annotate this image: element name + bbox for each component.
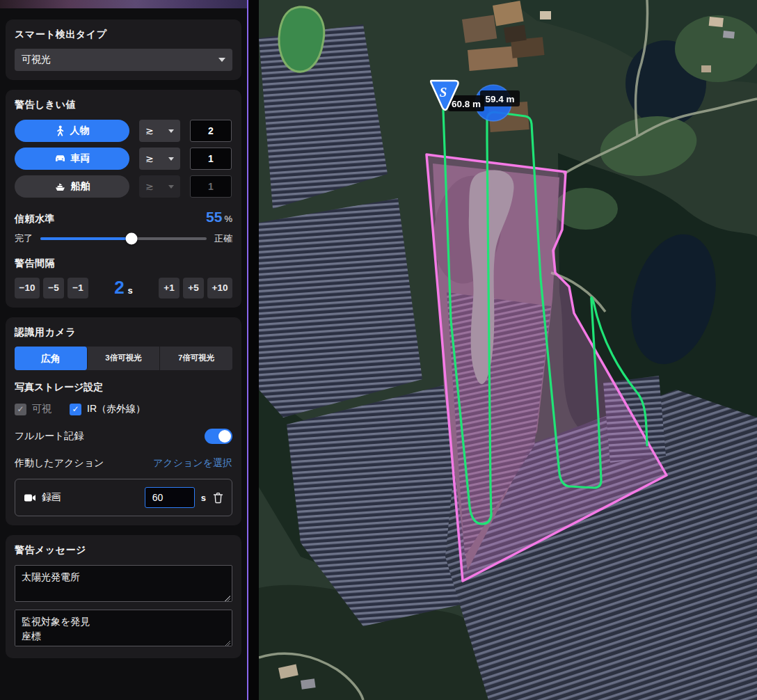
full-route-label: フルルート記録	[15, 430, 83, 443]
confidence-unit: %	[224, 214, 232, 224]
select-action-link[interactable]: アクションを選択	[153, 457, 232, 470]
flight-route-editor: スマート検出タイプ 可視光 警告しきい値 人物 ≳	[0, 0, 757, 700]
detection-type-dropdown[interactable]: 可視光	[15, 49, 232, 71]
warning-message-panel: 警告メッセージ 太陽光発電所 監視対象を発見 座標	[6, 535, 241, 658]
ship-count-input: 1	[190, 175, 232, 198]
photo-storage-title: 写真ストレージ設定	[15, 381, 232, 394]
confidence-row: 信頼水準 55%	[15, 209, 232, 225]
satellite-map-canvas: 59.4 m 60.8 m S	[259, 0, 757, 700]
map-view[interactable]: 59.4 m 60.8 m S	[259, 0, 757, 700]
settings-sidebar: スマート検出タイプ 可視光 警告しきい値 人物 ≳	[0, 0, 248, 700]
photo-storage-options: ✓ 可視 ✓ IR（赤外線）	[15, 403, 232, 415]
chevron-down-icon	[218, 58, 225, 62]
threshold-row-person: 人物 ≳ 2	[15, 120, 232, 142]
smart-detection-panel: スマート検出タイプ 可視光	[6, 19, 241, 80]
interval-plus-1-button[interactable]: +1	[159, 278, 180, 299]
tab-7x-visible[interactable]: 7倍可視光	[160, 347, 232, 370]
confidence-slider-fill	[40, 237, 132, 240]
operator-glyph: ≳	[145, 125, 154, 136]
triggered-action-row: 作動したアクション アクションを選択	[15, 457, 232, 470]
operator-glyph: ≳	[145, 181, 154, 192]
visible-checkbox: ✓	[15, 404, 26, 415]
interval-minus-5-button[interactable]: −5	[43, 278, 64, 299]
person-icon	[55, 125, 65, 136]
waypoint-altitude-tooltip: 59.4 m	[480, 90, 520, 106]
full-route-toggle[interactable]	[205, 429, 232, 444]
action-name-group: 録画	[24, 491, 145, 504]
person-operator-select[interactable]: ≳	[139, 120, 180, 142]
threshold-row-vehicle: 車両 ≳ 1	[15, 148, 232, 170]
threshold-row-ship: 船舶 ≳ 1	[15, 175, 232, 198]
duration-input[interactable]: 60	[145, 487, 195, 508]
action-item-card: 録画 60 s	[15, 479, 232, 516]
ship-icon	[54, 182, 66, 192]
trash-icon[interactable]	[213, 492, 223, 504]
car-icon	[54, 154, 66, 164]
ir-checkbox-label: IR（赤外線）	[87, 403, 145, 415]
sidebar-accent-bar	[0, 0, 247, 8]
camera-title: 認識用カメラ	[15, 326, 232, 339]
person-toggle-button[interactable]: 人物	[15, 120, 129, 142]
operator-glyph: ≳	[145, 153, 154, 164]
toggle-knob	[218, 430, 231, 443]
confidence-slider-thumb[interactable]	[126, 233, 138, 245]
warning-threshold-title: 警告しきい値	[15, 99, 232, 111]
tab-wide-angle[interactable]: 広角	[15, 347, 88, 370]
chevron-down-icon	[168, 185, 174, 189]
interval-unit: s	[128, 285, 133, 296]
ship-operator-select: ≳	[139, 175, 180, 198]
confidence-label: 信頼水準	[15, 213, 55, 225]
confidence-value: 55	[206, 209, 222, 225]
triggered-action-label: 作動したアクション	[15, 457, 104, 470]
person-count-input[interactable]: 2	[190, 120, 232, 142]
interval-label: 警告間隔	[15, 257, 232, 270]
vehicle-operator-select[interactable]: ≳	[139, 148, 180, 170]
message-field-2-wrap: 監視対象を発見 座標	[15, 610, 232, 649]
slider-min-label: 完了	[15, 232, 33, 245]
vehicle-toggle-button[interactable]: 車両	[15, 148, 129, 170]
smart-detection-title: スマート検出タイプ	[15, 29, 232, 41]
video-camera-icon	[24, 493, 36, 502]
chevron-down-icon	[168, 129, 174, 133]
message-field-1[interactable]: 太陽光発電所	[15, 565, 232, 602]
duration-unit: s	[201, 493, 206, 503]
svg-text:S: S	[440, 85, 447, 100]
visible-checkbox-label: 可視	[32, 403, 51, 415]
confidence-slider-track[interactable]	[40, 237, 207, 240]
ir-checkbox-group: ✓ IR（赤外線）	[70, 403, 145, 415]
slider-max-label: 正確	[214, 232, 232, 245]
confidence-value-group: 55%	[206, 209, 232, 225]
interval-plus-10-button[interactable]: +10	[207, 278, 232, 299]
tab-3x-visible[interactable]: 3倍可視光	[88, 347, 161, 370]
ship-label: 船舶	[71, 180, 90, 193]
interval-minus-1-button[interactable]: −1	[67, 278, 88, 299]
message-field-1-wrap: 太陽光発電所	[15, 565, 232, 605]
vehicle-label: 車両	[71, 152, 90, 165]
warning-message-title: 警告メッセージ	[15, 544, 232, 557]
chevron-down-icon	[168, 157, 174, 161]
full-route-row: フルルート記録	[15, 429, 232, 444]
interval-value-group: 2 s	[92, 277, 155, 299]
ship-toggle-button[interactable]: 船舶	[15, 175, 129, 198]
start-altitude-tooltip: 60.8 m	[448, 95, 484, 111]
ir-checkbox[interactable]: ✓	[70, 404, 81, 415]
detection-type-value: 可視光	[22, 54, 51, 66]
action-name: 録画	[42, 491, 61, 504]
confidence-slider-row: 完了 正確	[15, 232, 232, 245]
interval-minus-10-button[interactable]: −10	[15, 278, 40, 299]
message-field-2[interactable]: 監視対象を発見 座標	[15, 610, 232, 646]
interval-stepper: −10 −5 −1 2 s +1 +5 +10	[15, 277, 232, 299]
warning-threshold-panel: 警告しきい値 人物 ≳ 2	[6, 90, 241, 308]
camera-tabs: 広角 3倍可視光 7倍可視光	[15, 347, 232, 370]
camera-panel: 認識用カメラ 広角 3倍可視光 7倍可視光 写真ストレージ設定 ✓ 可視 ✓ I…	[6, 317, 241, 525]
svg-text:60.8 m: 60.8 m	[452, 99, 481, 109]
visible-checkbox-group: ✓ 可視	[15, 403, 51, 415]
vehicle-count-input[interactable]: 1	[190, 148, 232, 170]
interval-plus-5-button[interactable]: +5	[183, 278, 204, 299]
svg-text:59.4 m: 59.4 m	[485, 94, 514, 104]
person-label: 人物	[70, 125, 90, 137]
interval-value: 2	[114, 277, 124, 299]
